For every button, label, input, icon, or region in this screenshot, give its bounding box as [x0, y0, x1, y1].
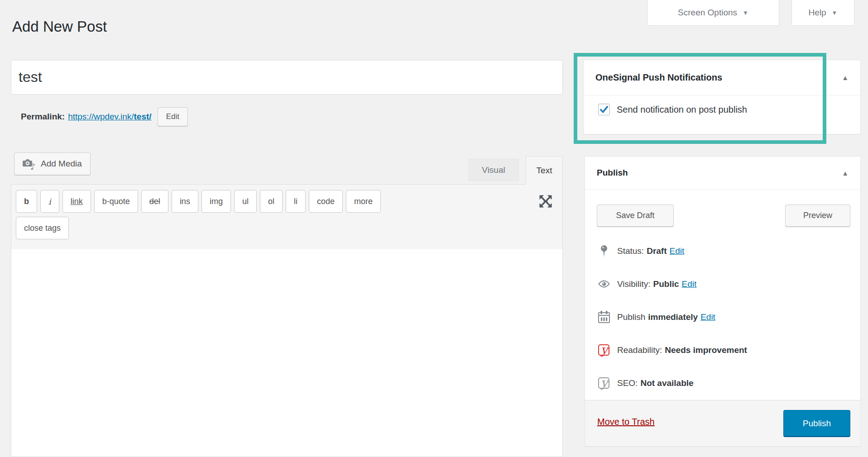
pin-status-icon	[597, 245, 611, 257]
edit-schedule-link[interactable]: Edit	[700, 312, 715, 322]
publish-button[interactable]: Publish	[783, 410, 850, 437]
checkmark-icon	[599, 105, 609, 114]
qt-ol-button[interactable]: ol	[260, 190, 283, 213]
publish-panel-title: Publish	[597, 168, 842, 178]
edit-permalink-button[interactable]: Edit	[158, 107, 188, 126]
qt-ul-button[interactable]: ul	[234, 190, 257, 213]
qt-ins-button[interactable]: ins	[172, 190, 198, 213]
caret-down-icon: ▼	[743, 10, 748, 16]
page-title: Add New Post	[12, 18, 107, 35]
qt-del-button[interactable]: del	[141, 190, 168, 213]
schedule-label: Publish	[617, 312, 645, 322]
onesignal-panel-body: Send notification on post publish	[584, 95, 860, 115]
qt-bold-button[interactable]: b	[16, 190, 37, 213]
qt-link-button[interactable]: link	[62, 190, 91, 213]
readability-value: Needs improvement	[665, 345, 747, 355]
seo-value: Not available	[640, 378, 693, 388]
onesignal-panel-title: OneSignal Push Notifications	[595, 72, 842, 83]
svg-text:♪: ♪	[30, 162, 36, 171]
calendar-icon	[597, 311, 611, 323]
seo-row: y SEO: Not available	[585, 367, 860, 400]
quicktags-toolbar: b i link b-quote del ins img ul ol li co…	[11, 185, 562, 239]
status-label: Status:	[617, 246, 644, 256]
editor-container: b i link b-quote del ins img ul ol li co…	[11, 184, 563, 457]
save-draft-button[interactable]: Save Draft	[597, 205, 674, 227]
add-media-button[interactable]: ♪ Add Media	[14, 152, 91, 175]
onesignal-panel: OneSignal Push Notifications ▲ Send noti…	[583, 60, 861, 134]
post-content-textarea[interactable]	[11, 249, 562, 457]
collapse-arrow-icon[interactable]: ▲	[842, 74, 849, 81]
schedule-value: immediately	[648, 312, 698, 322]
visibility-label: Visibility:	[617, 279, 651, 289]
editor-region: ♪ Add Media Visual Text b i link b-quote…	[11, 152, 563, 457]
collapse-arrow-icon[interactable]: ▲	[842, 169, 849, 177]
seo-label: SEO:	[617, 378, 638, 388]
yoast-seo-icon: y	[597, 376, 611, 390]
yoast-readability-icon: y	[597, 343, 611, 357]
qt-italic-button[interactable]: i	[40, 190, 59, 213]
caret-down-icon: ▼	[832, 10, 838, 16]
qt-li-button[interactable]: li	[286, 190, 306, 213]
screen-options-label: Screen Options	[678, 8, 737, 18]
tab-text[interactable]: Text	[526, 156, 563, 185]
publish-panel-header: Publish ▲	[585, 157, 860, 190]
help-tab[interactable]: Help ▼	[791, 0, 854, 26]
qt-img-button[interactable]: img	[201, 190, 231, 213]
permalink-link[interactable]: https://wpdev.ink/test/	[68, 112, 151, 122]
fullscreen-expand-icon[interactable]	[537, 193, 554, 210]
status-value: Draft	[647, 246, 667, 256]
qt-close-tags-button[interactable]: close tags	[16, 217, 69, 239]
status-row: Status: Draft Edit	[585, 234, 860, 267]
onesignal-panel-header: OneSignal Push Notifications ▲	[584, 60, 860, 95]
qt-bquote-button[interactable]: b-quote	[94, 190, 138, 213]
publish-panel: Publish ▲ Save Draft Preview Status: Dra…	[585, 156, 861, 447]
tab-visual[interactable]: Visual	[468, 159, 519, 181]
visibility-row: Visibility: Public Edit	[585, 267, 860, 300]
post-title-input[interactable]	[11, 60, 563, 95]
permalink-label: Permalink:	[21, 112, 65, 122]
qt-code-button[interactable]: code	[309, 190, 343, 213]
visibility-value: Public	[653, 279, 679, 289]
preview-button[interactable]: Preview	[785, 205, 850, 227]
qt-more-button[interactable]: more	[346, 190, 381, 213]
permalink-row: Permalink: https://wpdev.ink/test/ Edit	[21, 107, 188, 127]
edit-status-link[interactable]: Edit	[670, 246, 685, 256]
publish-panel-footer: Move to Trash Publish	[585, 400, 860, 446]
schedule-row: Publish immediately Edit	[585, 300, 860, 333]
send-notification-label: Send notification on post publish	[617, 105, 747, 115]
quicktags-row-2: close tags	[16, 217, 558, 239]
publish-status-rows: Status: Draft Edit Visibility: Public Ed…	[585, 234, 860, 400]
readability-row: y Readability: Needs improvement	[585, 333, 860, 367]
media-icon: ♪	[23, 158, 36, 170]
send-notification-checkbox[interactable]	[598, 104, 610, 115]
edit-visibility-link[interactable]: Edit	[682, 279, 697, 289]
eye-visibility-icon	[597, 280, 611, 288]
help-label: Help	[809, 8, 826, 18]
add-media-label: Add Media	[41, 159, 82, 169]
readability-label: Readability:	[617, 345, 662, 355]
move-to-trash-link[interactable]: Move to Trash	[597, 417, 655, 427]
quicktags-row-1: b i link b-quote del ins img ul ol li co…	[16, 190, 558, 213]
screen-options-tab[interactable]: Screen Options ▼	[647, 0, 779, 26]
